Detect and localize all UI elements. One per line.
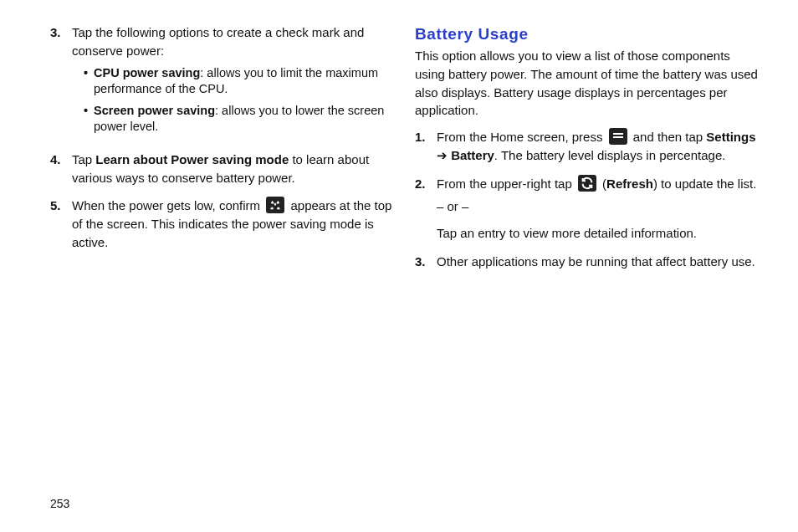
recycle-icon (266, 197, 284, 213)
bullet-cpu-bold: CPU power saving (94, 66, 200, 79)
step-body: Tap the following options to create a ch… (72, 23, 395, 141)
step-number: 5. (50, 197, 72, 215)
step-number: 1. (415, 128, 437, 146)
r2-close: ) to update the list. (653, 176, 756, 191)
menu-icon (609, 128, 627, 145)
step-5-pre: When the power gets low, confirm (72, 198, 263, 212)
r-step-2: 2. From the upper-right tap (Refresh) to… (415, 175, 760, 243)
manual-page: 3. Tap the following options to create a… (0, 0, 798, 532)
bullet-screen: Screen power saving: allows you to lower… (84, 103, 395, 136)
r1-bold2: Battery (451, 148, 494, 162)
bullet-cpu: CPU power saving: allows you to limit th… (84, 65, 395, 98)
bullet-screen-bold: Screen power saving (94, 104, 215, 117)
step-3: 3. Tap the following options to create a… (50, 23, 395, 141)
r2-or: – or – (437, 197, 760, 216)
step-3-intro: Tap the following options to create a ch… (72, 25, 364, 58)
left-steps-list: 3. Tap the following options to create a… (50, 23, 395, 252)
r1-pre: From the Home screen, press (437, 130, 606, 144)
page-number: 253 (50, 497, 69, 510)
step-number: 4. (50, 151, 72, 169)
step-4: 4. Tap Learn about Power saving mode to … (50, 151, 395, 187)
step-3-bullets: CPU power saving: allows you to limit th… (72, 65, 395, 136)
step-body: From the Home screen, press and then tap… (437, 128, 760, 165)
r2-pre: From the upper-right tap (437, 176, 575, 191)
r2-refresh: Refresh (606, 176, 653, 191)
r-step-3: 3. Other applications may be running tha… (415, 253, 760, 271)
r1-bold1: Settings (706, 130, 755, 144)
step-body: Tap Learn about Power saving mode to lea… (72, 151, 395, 187)
r3-text: Other applications may be running that a… (437, 254, 755, 269)
r2-line1: From the upper-right tap (Refresh) to up… (437, 175, 760, 193)
r1-post: . The battery level displays in percenta… (494, 148, 726, 162)
right-column: Battery Usage This option allows you to … (415, 23, 760, 515)
step-number: 3. (415, 253, 437, 271)
battery-usage-intro: This option allows you to view a list of… (415, 47, 760, 120)
refresh-icon (578, 175, 596, 192)
step-4-pre: Tap (72, 152, 95, 166)
right-steps-list: 1. From the Home screen, press and then … (415, 128, 760, 271)
section-heading-battery-usage: Battery Usage (415, 25, 760, 43)
left-column: 3. Tap the following options to create a… (50, 23, 395, 515)
step-body: When the power gets low, confirm appears… (72, 197, 395, 251)
r-step-1: 1. From the Home screen, press and then … (415, 128, 760, 165)
r2-tap-entry: Tap an entry to view more detailed infor… (437, 224, 760, 243)
r2-open: ( (599, 176, 606, 191)
step-body: Other applications may be running that a… (437, 253, 760, 271)
r1-arrow: ➔ (437, 148, 451, 162)
step-body: From the upper-right tap (Refresh) to up… (437, 175, 760, 243)
step-4-bold: Learn about Power saving mode (95, 152, 289, 166)
r1-mid: and then tap (630, 130, 707, 144)
step-number: 2. (415, 175, 437, 193)
step-number: 3. (50, 23, 72, 42)
step-5: 5. When the power gets low, confirm appe… (50, 197, 395, 251)
two-column-layout: 3. Tap the following options to create a… (50, 23, 760, 515)
